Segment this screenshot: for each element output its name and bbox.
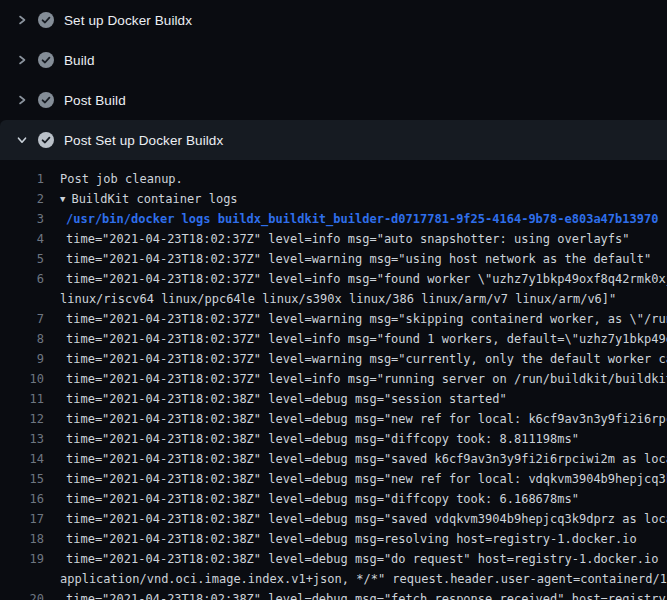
log-text: linux/riscv64 linux/ppc64le linux/s390x … — [60, 289, 616, 309]
line-number[interactable]: 20 — [0, 589, 44, 600]
section-header-post-build[interactable]: Post Build — [0, 80, 667, 120]
chevron-down-icon — [12, 132, 32, 148]
log-line: 14 time="2021-04-23T18:02:38Z" level=deb… — [0, 449, 667, 469]
chevron-right-icon — [12, 52, 32, 68]
line-number[interactable]: 17 — [0, 509, 44, 529]
log-text: time="2021-04-23T18:02:38Z" level=debug … — [66, 429, 579, 449]
line-number[interactable] — [0, 569, 44, 589]
log-line: 4 time="2021-04-23T18:02:37Z" level=info… — [0, 229, 667, 249]
log-line: 11 time="2021-04-23T18:02:38Z" level=deb… — [0, 389, 667, 409]
line-number[interactable]: 3 — [0, 209, 44, 229]
log-line: 3 /usr/bin/docker logs buildx_buildkit_b… — [0, 209, 667, 229]
section-header-post-set-up-docker-buildx[interactable]: Post Set up Docker Buildx — [0, 120, 667, 160]
check-circle-icon — [38, 92, 54, 108]
log-text: application/vnd.oci.image.index.v1+json,… — [60, 569, 667, 589]
log-text: time="2021-04-23T18:02:37Z" level=warnin… — [66, 249, 651, 269]
group-toggle-triangle-icon[interactable]: ▼ — [60, 189, 65, 209]
log-text: Post job cleanup. — [60, 169, 183, 189]
log-line: 13 time="2021-04-23T18:02:38Z" level=deb… — [0, 429, 667, 449]
log-line: 20 time="2021-04-23T18:02:38Z" level=deb… — [0, 589, 667, 600]
log-lines: 1 Post job cleanup. 2 ▼ BuildKit contain… — [0, 160, 667, 600]
log-line: 9 time="2021-04-23T18:02:37Z" level=warn… — [0, 349, 667, 369]
line-number[interactable]: 9 — [0, 349, 44, 369]
section-title: Post Build — [64, 93, 126, 108]
log-line: 12 time="2021-04-23T18:02:38Z" level=deb… — [0, 409, 667, 429]
line-number[interactable]: 7 — [0, 309, 44, 329]
log-text: BuildKit container logs — [71, 189, 237, 209]
workflow-log-viewer: Set up Docker Buildx Build Post Build Po… — [0, 0, 667, 600]
log-line: application/vnd.oci.image.index.v1+json,… — [0, 569, 667, 589]
log-line: 1 Post job cleanup. — [0, 169, 667, 189]
log-text: time="2021-04-23T18:02:37Z" level=info m… — [66, 269, 667, 289]
line-number[interactable]: 2 — [0, 189, 44, 209]
line-number[interactable]: 14 — [0, 449, 44, 469]
log-line: 10 time="2021-04-23T18:02:37Z" level=inf… — [0, 369, 667, 389]
log-line: 8 time="2021-04-23T18:02:37Z" level=info… — [0, 329, 667, 349]
check-circle-icon — [38, 52, 54, 68]
check-circle-icon — [38, 12, 54, 28]
check-circle-icon — [38, 132, 54, 148]
line-number[interactable]: 8 — [0, 329, 44, 349]
section-title: Set up Docker Buildx — [64, 13, 192, 28]
log-line: 7 time="2021-04-23T18:02:37Z" level=warn… — [0, 309, 667, 329]
section-title: Post Set up Docker Buildx — [64, 133, 223, 148]
log-text: time="2021-04-23T18:02:38Z" level=debug … — [66, 529, 637, 549]
log-line: linux/riscv64 linux/ppc64le linux/s390x … — [0, 289, 667, 309]
log-text: time="2021-04-23T18:02:37Z" level=info m… — [66, 329, 667, 349]
line-number[interactable]: 19 — [0, 549, 44, 569]
log-text: time="2021-04-23T18:02:38Z" level=debug … — [66, 409, 667, 429]
line-number[interactable]: 6 — [0, 269, 44, 289]
line-number[interactable]: 4 — [0, 229, 44, 249]
log-text: /usr/bin/docker logs buildx_buildkit_bui… — [66, 209, 658, 229]
log-text: time="2021-04-23T18:02:38Z" level=debug … — [66, 549, 667, 569]
line-number[interactable]: 13 — [0, 429, 44, 449]
line-number[interactable] — [0, 289, 44, 309]
line-number[interactable]: 12 — [0, 409, 44, 429]
section-header-set-up-docker-buildx[interactable]: Set up Docker Buildx — [0, 0, 667, 40]
chevron-right-icon — [12, 92, 32, 108]
line-number[interactable]: 5 — [0, 249, 44, 269]
log-line: 18 time="2021-04-23T18:02:38Z" level=deb… — [0, 529, 667, 549]
log-text: time="2021-04-23T18:02:38Z" level=debug … — [66, 449, 667, 469]
log-line: 17 time="2021-04-23T18:02:38Z" level=deb… — [0, 509, 667, 529]
line-number[interactable]: 11 — [0, 389, 44, 409]
section-title: Build — [64, 53, 95, 68]
log-text: time="2021-04-23T18:02:38Z" level=debug … — [66, 489, 579, 509]
log-line: 15 time="2021-04-23T18:02:38Z" level=deb… — [0, 469, 667, 489]
log-text: time="2021-04-23T18:02:37Z" level=info m… — [66, 229, 630, 249]
log-line: 16 time="2021-04-23T18:02:38Z" level=deb… — [0, 489, 667, 509]
line-number[interactable]: 16 — [0, 489, 44, 509]
log-text: time="2021-04-23T18:02:37Z" level=warnin… — [66, 349, 667, 369]
section-header-build[interactable]: Build — [0, 40, 667, 80]
chevron-right-icon — [12, 12, 32, 28]
line-number[interactable]: 1 — [0, 169, 44, 189]
log-text: time="2021-04-23T18:02:38Z" level=debug … — [66, 589, 667, 600]
log-line: 19 time="2021-04-23T18:02:38Z" level=deb… — [0, 549, 667, 569]
log-text: time="2021-04-23T18:02:38Z" level=debug … — [66, 469, 667, 489]
line-number[interactable]: 10 — [0, 369, 44, 389]
line-number[interactable]: 18 — [0, 529, 44, 549]
log-line: 5 time="2021-04-23T18:02:37Z" level=warn… — [0, 249, 667, 269]
log-line: 2 ▼ BuildKit container logs — [0, 189, 667, 209]
log-line: 6 time="2021-04-23T18:02:37Z" level=info… — [0, 269, 667, 289]
log-text: time="2021-04-23T18:02:37Z" level=warnin… — [66, 309, 667, 329]
log-text: time="2021-04-23T18:02:38Z" level=debug … — [66, 509, 667, 529]
line-number[interactable]: 15 — [0, 469, 44, 489]
log-text: time="2021-04-23T18:02:37Z" level=info m… — [66, 369, 667, 389]
log-text: time="2021-04-23T18:02:38Z" level=debug … — [66, 389, 507, 409]
